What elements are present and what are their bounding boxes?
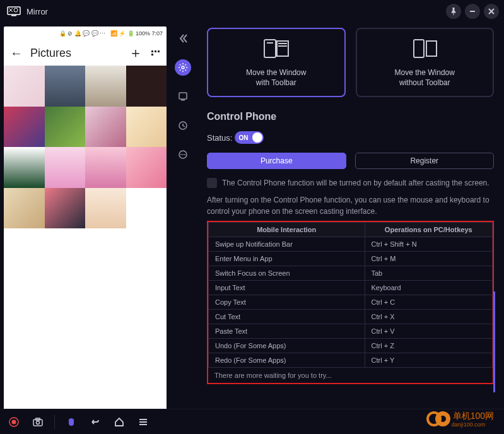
- svg-rect-2: [470, 11, 475, 12]
- table-row: Input TextKeyboard: [209, 281, 493, 295]
- table-cell: Paste Text: [209, 324, 365, 339]
- grid-menu-icon[interactable]: [151, 50, 160, 56]
- hotkeys-table-wrap: Mobile Interaction Operations on PC/Hotk…: [207, 221, 494, 384]
- section-title: Control Phone: [207, 111, 494, 122]
- table-header: Operations on PC/Hotkeys: [365, 223, 493, 237]
- hand-button[interactable]: [64, 414, 79, 430]
- table-more: There are more waiting for you to try...: [208, 368, 493, 383]
- table-cell: Ctrl + V: [365, 324, 493, 339]
- more-icon[interactable]: [175, 146, 191, 163]
- photo-thumb: [45, 147, 86, 188]
- window-mode-cards: Move the Window with Toolbar Move the Wi…: [207, 28, 494, 97]
- photo-thumb: [4, 107, 45, 148]
- brand-logo-icon: [426, 408, 452, 430]
- table-row: Cut TextCtrl + X: [209, 310, 493, 324]
- table-cell: Redo (For Some Apps): [209, 353, 365, 368]
- photo-thumb: [85, 188, 126, 229]
- card-label: Move the Window without Toolbar: [395, 67, 455, 88]
- status-label: Status:: [207, 133, 232, 143]
- table-row: Enter Menu in AppCtrl + M: [209, 252, 493, 266]
- undo-button[interactable]: [88, 414, 103, 430]
- default-on-row: The Control Phone function will be turne…: [207, 178, 494, 188]
- table-cell: Tab: [365, 266, 493, 281]
- table-cell: Copy Text: [209, 295, 365, 310]
- svg-rect-16: [414, 40, 424, 57]
- hotkeys-table: Mobile Interaction Operations on PC/Hotk…: [208, 222, 493, 368]
- photo-thumb: [45, 107, 86, 148]
- svg-rect-4: [179, 93, 187, 99]
- add-icon[interactable]: ＋: [129, 44, 143, 62]
- table-row: Switch Focus on ScreenTab: [209, 266, 493, 281]
- settings-icon[interactable]: [175, 59, 191, 76]
- svg-point-3: [182, 66, 184, 69]
- photo-thumb: [45, 188, 86, 229]
- table-row: Redo (For Some Apps)Ctrl + Y: [209, 353, 493, 368]
- screenshot-button[interactable]: [30, 414, 45, 430]
- pin-button[interactable]: [446, 4, 461, 19]
- table-cell: Ctrl + M: [365, 252, 493, 266]
- table-row: Undo (For Some Apps)Ctrl + Z: [209, 339, 493, 353]
- default-on-checkbox[interactable]: [207, 178, 217, 188]
- table-cell: Switch Focus on Screen: [209, 266, 365, 281]
- card-label: Move the Window with Toolbar: [246, 67, 306, 88]
- home-button[interactable]: [112, 414, 127, 430]
- main-area: 🔒 ⊘ 🔔 💬 💬 ⋯ 📶 ⚡ 🔋 100% 7:07 ← Pictures ＋: [0, 23, 504, 409]
- menu-button[interactable]: [136, 414, 151, 430]
- photo-thumb: [85, 147, 126, 188]
- table-row: Paste TextCtrl + V: [209, 324, 493, 339]
- table-cell: Undo (For Some Apps): [209, 339, 365, 353]
- table-cell: Input Text: [209, 281, 365, 295]
- table-row: Copy TextCtrl + C: [209, 295, 493, 310]
- minimize-button[interactable]: [465, 4, 480, 19]
- brand-name: 单机100网: [453, 411, 494, 421]
- photo-thumb: [4, 188, 45, 229]
- svg-rect-17: [426, 41, 437, 56]
- brand-url: danji100.com: [452, 421, 494, 428]
- photo-thumb: [4, 147, 45, 188]
- photo-thumb: [126, 147, 167, 188]
- record-button[interactable]: [6, 414, 21, 430]
- collapse-icon[interactable]: [175, 30, 191, 47]
- window-toolbar-icon: [259, 37, 293, 62]
- photo-thumb: [126, 188, 167, 229]
- brand-watermark: 单机100网 danji100.com: [426, 408, 494, 430]
- table-cell: Ctrl + C: [365, 295, 493, 310]
- back-icon[interactable]: ←: [10, 46, 23, 61]
- photo-thumb: [45, 66, 86, 107]
- table-cell: Ctrl + Shift + N: [365, 237, 493, 252]
- table-cell: Cut Text: [209, 310, 365, 324]
- card-with-toolbar[interactable]: Move the Window with Toolbar: [207, 28, 346, 97]
- close-button[interactable]: [484, 4, 499, 19]
- action-buttons: Purchase Register: [207, 153, 494, 169]
- svg-point-8: [180, 154, 182, 155]
- app-title: Mirror: [26, 7, 48, 16]
- photo-thumb: [126, 107, 167, 148]
- status-row: Status: ON: [207, 131, 494, 144]
- phone-status-bar: 🔒 ⊘ 🔔 💬 💬 ⋯ 📶 ⚡ 🔋 100% 7:07: [4, 26, 167, 40]
- app-icon: [5, 5, 23, 18]
- phone-app-header: ← Pictures ＋: [4, 40, 167, 66]
- table-cell: Keyboard: [365, 281, 493, 295]
- bottom-toolbar: 单机100网 danji100.com: [0, 409, 504, 434]
- history-icon[interactable]: [175, 117, 191, 134]
- table-cell: Swipe up Notification Bar: [209, 237, 365, 252]
- status-toggle[interactable]: ON: [235, 131, 264, 144]
- device-icon[interactable]: [175, 88, 191, 105]
- table-cell: Ctrl + Z: [365, 339, 493, 353]
- table-cell: Ctrl + X: [365, 310, 493, 324]
- phone-screen[interactable]: 🔒 ⊘ 🔔 💬 💬 ⋯ 📶 ⚡ 🔋 100% 7:07 ← Pictures ＋: [4, 26, 167, 420]
- photo-grid[interactable]: [4, 66, 167, 228]
- photo-thumb: [126, 66, 167, 107]
- table-cell: Ctrl + Y: [365, 353, 493, 368]
- phone-page-title: Pictures: [30, 47, 71, 60]
- card-without-toolbar[interactable]: Move the Window without Toolbar: [356, 28, 495, 97]
- svg-point-10: [184, 154, 185, 155]
- settings-panel: Move the Window with Toolbar Move the Wi…: [197, 23, 504, 409]
- description-text: After turning on the Control Phone funct…: [207, 194, 494, 217]
- register-button[interactable]: Register: [355, 153, 495, 169]
- svg-point-19: [12, 419, 16, 424]
- table-header: Mobile Interaction: [209, 223, 365, 237]
- purchase-button[interactable]: Purchase: [207, 153, 346, 169]
- titlebar: Mirror: [0, 0, 504, 23]
- svg-point-9: [182, 154, 184, 155]
